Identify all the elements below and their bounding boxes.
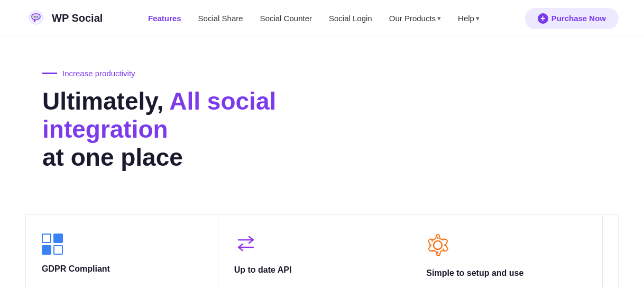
tagline: Increase productivity <box>42 69 602 78</box>
card-api-label: Up to date API <box>234 265 394 275</box>
logo[interactable]: WP Social <box>25 8 103 29</box>
svg-point-2 <box>34 16 35 17</box>
api-icon <box>234 234 394 256</box>
feature-cards: GDPR Compliant Up to date API <box>25 214 619 287</box>
setup-icon <box>426 234 586 259</box>
chevron-down-icon: ▾ <box>437 14 441 22</box>
svg-point-5 <box>434 241 442 249</box>
nav-our-products[interactable]: Our Products ▾ <box>389 14 441 23</box>
nav-features[interactable]: Features <box>148 14 181 23</box>
nav-social-login[interactable]: Social Login <box>329 14 372 23</box>
card-setup-label: Simple to setup and use <box>426 268 586 278</box>
card-setup: Simple to setup and use <box>410 214 603 287</box>
card-gdpr-label: GDPR Compliant <box>42 264 202 274</box>
tagline-dash <box>42 73 57 74</box>
tagline-text: Increase productivity <box>62 69 135 78</box>
hero-section: Increase productivity Ultimately, All so… <box>0 37 644 193</box>
card-gdpr: GDPR Compliant <box>25 214 218 287</box>
svg-point-4 <box>37 16 39 17</box>
logo-icon <box>25 8 47 29</box>
logo-text: WP Social <box>52 12 103 24</box>
nav-social-share[interactable]: Social Share <box>198 14 243 23</box>
main-nav: Features Social Share Social Counter Soc… <box>148 14 480 23</box>
hero-heading: Ultimately, All social integration at on… <box>42 87 402 172</box>
plus-circle-icon: + <box>538 13 548 24</box>
nav-social-counter[interactable]: Social Counter <box>260 14 312 23</box>
chevron-down-icon: ▾ <box>476 14 480 22</box>
card-partial <box>603 214 619 287</box>
purchase-now-button[interactable]: + Purchase Now <box>525 8 619 29</box>
gdpr-icon <box>42 234 202 255</box>
nav-help[interactable]: Help ▾ <box>458 14 480 23</box>
svg-point-3 <box>35 16 37 17</box>
card-api: Up to date API <box>218 214 411 287</box>
